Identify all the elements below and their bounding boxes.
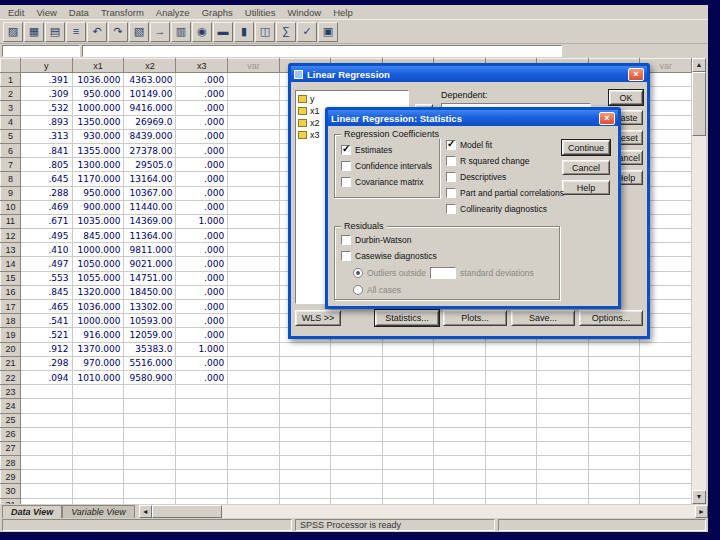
data-cell[interactable] <box>20 456 72 470</box>
data-cell[interactable]: 1036.000 <box>72 73 124 87</box>
data-cell[interactable]: 900.000 <box>72 200 124 214</box>
data-cell[interactable]: .309 <box>20 87 72 101</box>
column-header-y[interactable]: y <box>20 59 72 73</box>
empty-cell[interactable] <box>640 399 692 413</box>
empty-cell[interactable] <box>485 370 537 384</box>
data-cell[interactable]: 29505.0 <box>124 158 176 172</box>
data-cell[interactable] <box>20 427 72 441</box>
estimates-checkbox[interactable] <box>341 145 351 155</box>
vertical-scrollbar[interactable] <box>692 58 706 504</box>
data-cell[interactable] <box>176 470 228 484</box>
empty-cell[interactable] <box>588 356 640 370</box>
empty-cell[interactable] <box>640 370 692 384</box>
empty-cell[interactable] <box>537 342 589 356</box>
empty-cell[interactable] <box>279 427 331 441</box>
weight-cases-button[interactable]: ∑ <box>276 22 296 42</box>
row-header[interactable]: 24 <box>1 399 21 413</box>
empty-cell[interactable] <box>588 385 640 399</box>
empty-cell[interactable] <box>434 484 486 498</box>
empty-cell[interactable] <box>640 441 692 455</box>
data-cell[interactable]: 18450.00 <box>124 285 176 299</box>
data-cell[interactable]: 10149.00 <box>124 87 176 101</box>
row-header[interactable]: 1 <box>1 73 21 87</box>
menu-help[interactable]: Help <box>327 7 359 18</box>
data-cell[interactable] <box>20 399 72 413</box>
goto-case-button[interactable]: → <box>150 22 170 42</box>
data-cell[interactable]: .313 <box>20 129 72 143</box>
menu-transform[interactable]: Transform <box>95 7 150 18</box>
empty-cell[interactable] <box>537 470 589 484</box>
data-cell[interactable] <box>176 413 228 427</box>
row-header[interactable]: 16 <box>1 285 21 299</box>
empty-cell[interactable] <box>228 370 280 384</box>
covariance-matrix-checkbox[interactable] <box>341 177 351 187</box>
tab-data-view[interactable]: Data View <box>2 505 62 518</box>
empty-cell[interactable] <box>228 243 280 257</box>
empty-cell[interactable] <box>485 427 537 441</box>
empty-cell[interactable] <box>228 342 280 356</box>
data-cell[interactable]: .410 <box>20 243 72 257</box>
data-cell[interactable]: .000 <box>176 370 228 384</box>
empty-cell[interactable] <box>279 484 331 498</box>
data-cell[interactable]: 11440.00 <box>124 200 176 214</box>
empty-cell[interactable] <box>228 484 280 498</box>
empty-cell[interactable] <box>640 427 692 441</box>
empty-cell[interactable] <box>640 413 692 427</box>
empty-cell[interactable] <box>537 356 589 370</box>
scroll-up-icon[interactable] <box>692 58 706 72</box>
row-header[interactable]: 18 <box>1 314 21 328</box>
data-cell[interactable] <box>124 484 176 498</box>
empty-cell[interactable] <box>228 413 280 427</box>
data-cell[interactable]: 26969.0 <box>124 115 176 129</box>
empty-cell[interactable] <box>228 172 280 186</box>
column-header-x1[interactable]: x1 <box>72 59 124 73</box>
data-cell[interactable]: .645 <box>20 172 72 186</box>
lr-options-button[interactable]: Options... <box>579 310 643 326</box>
data-cell[interactable] <box>124 456 176 470</box>
menu-view[interactable]: View <box>30 7 62 18</box>
data-cell[interactable] <box>72 456 124 470</box>
data-cell[interactable] <box>72 441 124 455</box>
scroll-left-icon[interactable] <box>139 505 152 518</box>
durbin-watson-checkbox[interactable] <box>341 235 351 245</box>
empty-cell[interactable] <box>434 399 486 413</box>
data-cell[interactable] <box>176 484 228 498</box>
data-cell[interactable]: 1036.000 <box>72 300 124 314</box>
horizontal-scrollbar[interactable] <box>139 505 708 518</box>
value-labels-button[interactable]: ▣ <box>318 22 338 42</box>
empty-cell[interactable] <box>331 441 383 455</box>
cell-reference-box[interactable] <box>2 45 80 57</box>
data-cell[interactable]: 9416.000 <box>124 101 176 115</box>
casewise-diagnostics-checkbox[interactable] <box>341 251 351 261</box>
open-file-button[interactable]: ▨ <box>3 22 23 42</box>
empty-cell[interactable] <box>485 470 537 484</box>
row-header[interactable]: 7 <box>1 158 21 172</box>
empty-cell[interactable] <box>279 441 331 455</box>
data-cell[interactable] <box>20 385 72 399</box>
data-cell[interactable]: 1055.000 <box>72 271 124 285</box>
column-header-x3[interactable]: x3 <box>176 59 228 73</box>
row-header[interactable]: 25 <box>1 413 21 427</box>
data-cell[interactable] <box>72 484 124 498</box>
data-cell[interactable]: 1350.000 <box>72 115 124 129</box>
empty-cell[interactable] <box>331 470 383 484</box>
close-icon[interactable] <box>599 112 615 125</box>
data-cell[interactable]: .553 <box>20 271 72 285</box>
empty-cell[interactable] <box>331 356 383 370</box>
row-header[interactable]: 12 <box>1 229 21 243</box>
data-cell[interactable] <box>20 441 72 455</box>
lr-ok-button[interactable]: OK <box>609 90 643 105</box>
data-cell[interactable]: 1300.000 <box>72 158 124 172</box>
data-cell[interactable]: 1050.000 <box>72 257 124 271</box>
data-cell[interactable] <box>72 413 124 427</box>
empty-cell[interactable] <box>228 87 280 101</box>
empty-cell[interactable] <box>382 441 434 455</box>
data-cell[interactable]: 1.000 <box>176 214 228 228</box>
empty-cell[interactable] <box>382 342 434 356</box>
empty-cell[interactable] <box>228 427 280 441</box>
data-cell[interactable]: .671 <box>20 214 72 228</box>
empty-cell[interactable] <box>228 158 280 172</box>
empty-cell[interactable] <box>485 342 537 356</box>
empty-cell[interactable] <box>331 385 383 399</box>
empty-cell[interactable] <box>228 115 280 129</box>
